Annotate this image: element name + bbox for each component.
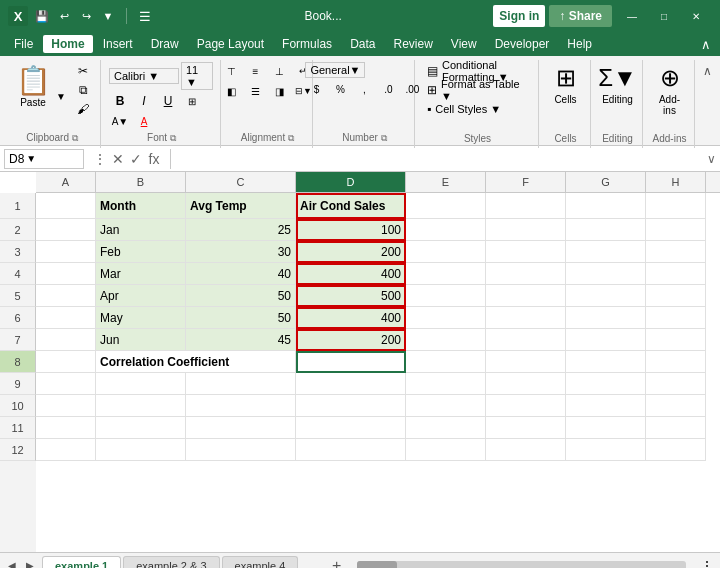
cell-g7[interactable] [566,329,646,351]
save-icon[interactable]: 💾 [34,8,50,24]
italic-button[interactable]: I [133,92,155,110]
row-header-7[interactable]: 7 [0,329,36,351]
cell-f9[interactable] [486,373,566,395]
minimize-button[interactable]: — [616,5,648,27]
sheet-nav-left-icon[interactable]: ◀ [4,558,20,569]
share-button[interactable]: ↑ Share [549,5,612,27]
fill-color-button[interactable]: A▼ [109,112,131,130]
cell-h9[interactable] [646,373,706,395]
row-header-11[interactable]: 11 [0,417,36,439]
cell-b8-merged[interactable]: Correlation Coefficient [96,351,296,373]
cell-d5[interactable]: 500 [296,285,406,307]
cell-b9[interactable] [96,373,186,395]
cell-h8[interactable] [646,351,706,373]
row-header-1[interactable]: 1 [0,193,36,219]
cell-g5[interactable] [566,285,646,307]
cell-e10[interactable] [406,395,486,417]
align-middle-button[interactable]: ≡ [244,62,266,80]
cell-e12[interactable] [406,439,486,461]
cell-d8[interactable] [296,351,406,373]
cell-h10[interactable] [646,395,706,417]
menu-review[interactable]: Review [385,35,440,53]
menu-developer[interactable]: Developer [487,35,558,53]
cell-f6[interactable] [486,307,566,329]
cell-e4[interactable] [406,263,486,285]
cell-a11[interactable] [36,417,96,439]
cell-g6[interactable] [566,307,646,329]
cell-e6[interactable] [406,307,486,329]
col-header-b[interactable]: B [96,172,186,192]
cell-d3[interactable]: 200 [296,241,406,263]
cell-f5[interactable] [486,285,566,307]
cell-c3[interactable]: 30 [186,241,296,263]
cell-g8[interactable] [566,351,646,373]
paste-dropdown-arrow[interactable]: ▼ [56,62,70,110]
cell-f12[interactable] [486,439,566,461]
underline-button[interactable]: U [157,92,179,110]
cell-h11[interactable] [646,417,706,439]
cell-d9[interactable] [296,373,406,395]
cell-g4[interactable] [566,263,646,285]
cell-a5[interactable] [36,285,96,307]
cell-b10[interactable] [96,395,186,417]
align-left-button[interactable]: ◧ [220,82,242,100]
cell-g2[interactable] [566,219,646,241]
formula-cancel-icon[interactable]: ✕ [110,151,126,167]
cell-c4[interactable]: 40 [186,263,296,285]
cell-c9[interactable] [186,373,296,395]
paste-button[interactable]: 📋 Paste [10,62,56,110]
col-header-h[interactable]: H [646,172,706,192]
formula-expand-button[interactable]: ∨ [707,152,716,166]
formula-fx-icon[interactable]: fx [146,151,162,167]
currency-button[interactable]: $ [305,80,327,98]
cell-f11[interactable] [486,417,566,439]
formula-confirm-icon[interactable]: ✓ [128,151,144,167]
font-family-dropdown[interactable]: Calibri ▼ [109,68,179,84]
col-header-g[interactable]: G [566,172,646,192]
bold-button[interactable]: B [109,92,131,110]
cell-e2[interactable] [406,219,486,241]
cell-styles-button[interactable]: ▪ Cell Styles ▼ [423,100,505,118]
excel-app-icon[interactable]: X [8,6,28,26]
cell-c12[interactable] [186,439,296,461]
comma-button[interactable]: , [353,80,375,98]
align-bottom-button[interactable]: ⊥ [268,62,290,80]
cell-g11[interactable] [566,417,646,439]
col-header-c[interactable]: C [186,172,296,192]
cell-b1[interactable]: Month [96,193,186,219]
cell-f8[interactable] [486,351,566,373]
number-format-dropdown[interactable]: General ▼ [305,62,365,78]
menu-page-layout[interactable]: Page Layout [189,35,272,53]
redo-icon[interactable]: ↪ [78,8,94,24]
cell-g3[interactable] [566,241,646,263]
sheet-nav-right-icon[interactable]: ▶ [22,558,38,569]
sheet-tab-example1[interactable]: example 1 [42,556,121,568]
cell-d1[interactable]: Air Cond Sales [296,193,406,219]
cell-b5[interactable]: Apr [96,285,186,307]
row-header-5[interactable]: 5 [0,285,36,307]
cell-b7[interactable]: Jun [96,329,186,351]
sheet-tab-more-button[interactable]: ... [300,555,324,569]
cell-a8[interactable] [36,351,96,373]
cell-d12[interactable] [296,439,406,461]
sheet-tab-example4[interactable]: example 4 [222,556,299,568]
cell-c10[interactable] [186,395,296,417]
row-header-9[interactable]: 9 [0,373,36,395]
cell-b11[interactable] [96,417,186,439]
cell-c2[interactable]: 25 [186,219,296,241]
font-size-dropdown[interactable]: 11 ▼ [181,62,213,90]
cell-d2[interactable]: 100 [296,219,406,241]
cell-a3[interactable] [36,241,96,263]
cell-g12[interactable] [566,439,646,461]
percent-button[interactable]: % [329,80,351,98]
col-header-f[interactable]: F [486,172,566,192]
cell-a12[interactable] [36,439,96,461]
scrollbar-thumb[interactable] [357,561,397,569]
ribbon-collapse-icon[interactable]: ∧ [698,36,714,52]
sheet-tab-add-button[interactable]: + [324,554,349,569]
cell-h4[interactable] [646,263,706,285]
cell-g10[interactable] [566,395,646,417]
touch-mode-icon[interactable]: ☰ [137,8,153,24]
cell-reference-box[interactable]: D8 ▼ [4,149,84,169]
cell-c6[interactable]: 50 [186,307,296,329]
